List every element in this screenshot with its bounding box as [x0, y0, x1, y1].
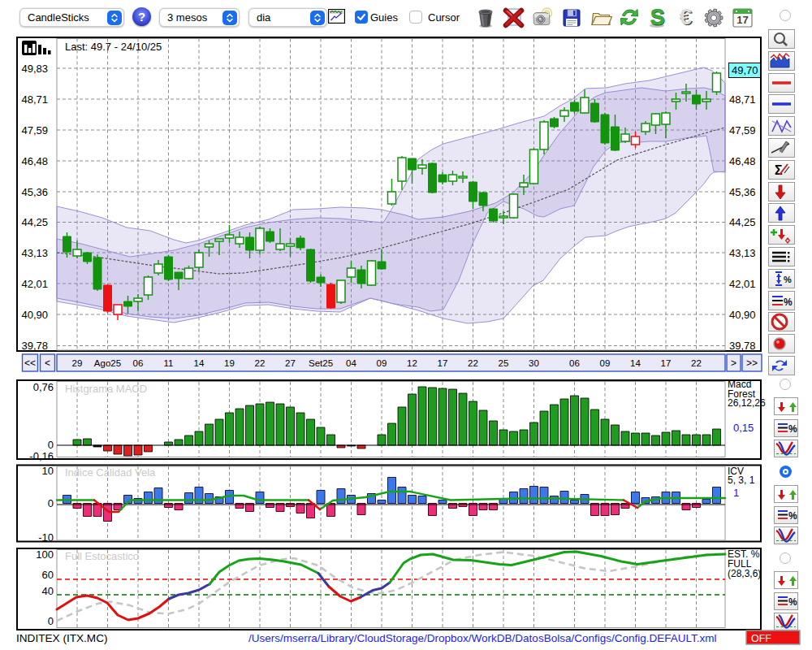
svg-text:48,71: 48,71 [729, 93, 756, 106]
svg-text:44,25: 44,25 [21, 216, 48, 228]
svg-text:25: 25 [499, 358, 509, 368]
svg-text:40,90: 40,90 [21, 309, 48, 321]
svg-text:22: 22 [691, 358, 702, 368]
svg-text:44,25: 44,25 [729, 216, 756, 228]
svg-text:Full Estocastico: Full Estocastico [65, 550, 139, 562]
svg-text:43,13: 43,13 [21, 247, 48, 259]
svg-text:40,90: 40,90 [729, 309, 756, 321]
svg-text:<<: << [24, 358, 36, 369]
svg-text:17: 17 [736, 14, 748, 26]
svg-text:42,01: 42,01 [21, 278, 48, 290]
svg-text:46,48: 46,48 [21, 155, 48, 167]
svg-text:60: 60 [42, 569, 54, 581]
svg-text:30: 30 [529, 358, 539, 368]
svg-text:09: 09 [377, 358, 387, 368]
svg-text:17: 17 [661, 358, 672, 368]
svg-text:OFF: OFF [751, 633, 771, 644]
svg-text:06: 06 [133, 358, 144, 368]
svg-text:0: 0 [48, 439, 54, 451]
svg-text:12: 12 [407, 358, 417, 368]
svg-text:47,59: 47,59 [21, 124, 48, 136]
svg-text:-0,16: -0,16 [29, 450, 54, 462]
svg-text:%: % [788, 596, 797, 608]
svg-text:49,70: 49,70 [732, 64, 758, 76]
svg-text:Histgrama MACD: Histgrama MACD [65, 383, 147, 395]
svg-text:Last: 49.7 - 24/10/25: Last: 49.7 - 24/10/25 [65, 41, 162, 53]
svg-text:>: > [731, 358, 736, 369]
svg-text:27: 27 [285, 358, 296, 368]
svg-text:€: € [680, 6, 693, 28]
svg-text:%: % [788, 423, 797, 435]
svg-text:>>: >> [746, 358, 758, 369]
svg-text:0: 0 [48, 615, 54, 627]
svg-text:10: 10 [42, 465, 54, 477]
svg-text:%: % [784, 275, 792, 284]
svg-text:29: 29 [72, 358, 83, 368]
svg-text:Σ: Σ [775, 163, 783, 177]
svg-text:43,13: 43,13 [729, 247, 756, 259]
svg-text:Indice Calidad Vela: Indice Calidad Vela [65, 466, 156, 479]
svg-text:100: 100 [36, 548, 54, 561]
svg-text:<: < [45, 358, 50, 369]
svg-text:S: S [650, 6, 665, 28]
svg-text:09: 09 [600, 358, 611, 368]
svg-text:14: 14 [194, 358, 205, 368]
svg-text:04: 04 [346, 358, 356, 368]
svg-text:INDITEX (ITX.MC): INDITEX (ITX.MC) [16, 632, 108, 644]
svg-text:47,59: 47,59 [729, 124, 756, 136]
svg-text:46,48: 46,48 [729, 155, 756, 167]
svg-text:49,83: 49,83 [21, 63, 48, 75]
svg-text:39,78: 39,78 [729, 340, 756, 352]
svg-text:17: 17 [438, 358, 448, 368]
svg-text:14: 14 [630, 358, 641, 368]
svg-text:Ago25: Ago25 [94, 358, 121, 368]
svg-text:-10: -10 [38, 531, 54, 544]
svg-text:1: 1 [733, 487, 739, 499]
svg-text:45,36: 45,36 [21, 186, 48, 198]
svg-text:%: % [788, 510, 797, 522]
svg-text:0,15: 0,15 [733, 422, 754, 434]
svg-text:22: 22 [255, 358, 266, 368]
svg-text:06: 06 [569, 358, 580, 368]
svg-text:Set25: Set25 [309, 358, 333, 368]
svg-text:0,76: 0,76 [33, 381, 54, 393]
svg-text:40: 40 [42, 585, 54, 597]
svg-text:48,71: 48,71 [21, 93, 48, 106]
svg-text:45,36: 45,36 [729, 186, 756, 198]
svg-text:22: 22 [468, 358, 478, 368]
svg-text:11: 11 [164, 358, 174, 368]
svg-text:26,12,26: 26,12,26 [728, 397, 766, 409]
svg-text:5, 3, 1: 5, 3, 1 [728, 474, 755, 486]
svg-text:39,78: 39,78 [21, 340, 48, 352]
svg-text:%: % [784, 296, 793, 307]
svg-text:/Users/mserra/Library/CloudSto: /Users/mserra/Library/CloudStorage/Dropb… [248, 632, 716, 644]
svg-text:(28,3,6): (28,3,6) [728, 568, 761, 579]
svg-text:0: 0 [48, 497, 54, 509]
svg-text:42,01: 42,01 [729, 278, 756, 290]
svg-text:19: 19 [224, 358, 235, 368]
